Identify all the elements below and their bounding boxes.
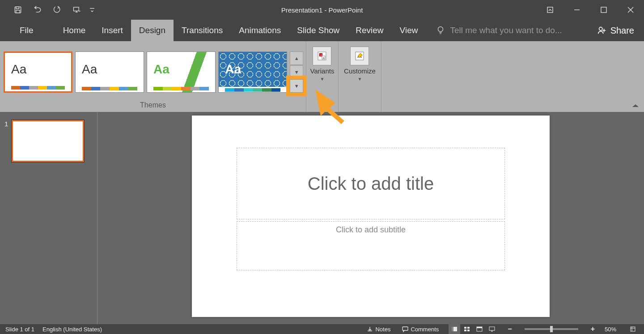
comments-icon	[402, 326, 408, 332]
theme-preview-text: Aa	[76, 52, 144, 87]
fit-to-window-button[interactable]	[627, 324, 639, 334]
lightbulb-icon	[436, 26, 445, 35]
slide-canvas[interactable]: Click to add title Click to add subtitle	[192, 116, 550, 317]
start-from-beginning-button[interactable]	[67, 0, 87, 20]
ribbon-display-options-button[interactable]	[537, 0, 564, 20]
comments-label: Comments	[411, 326, 439, 333]
share-button[interactable]: Share	[587, 20, 644, 41]
ribbon: Aa Aa Aa Aa ▲ ▼ ▼ Themes	[0, 41, 644, 112]
theme-office[interactable]: Aa	[4, 51, 72, 93]
maximize-button[interactable]	[590, 0, 617, 20]
slide-thumbnail-image	[12, 120, 84, 162]
tab-animations[interactable]: Animations	[231, 20, 289, 41]
tell-me-placeholder: Tell me what you want to do...	[450, 26, 562, 35]
svg-rect-2	[16, 10, 20, 13]
tell-me-search[interactable]: Tell me what you want to do...	[426, 20, 587, 41]
reading-view-button[interactable]	[474, 324, 485, 334]
zoom-out-button[interactable]: −	[506, 325, 513, 333]
theme-gallery-more-button[interactable]: ▼	[290, 79, 303, 93]
slide-thumbnail-panel: 1	[0, 112, 97, 324]
zoom-level[interactable]: 50%	[605, 326, 616, 333]
title-placeholder[interactable]: Click to add title	[237, 148, 505, 219]
share-icon	[597, 26, 607, 35]
slide-sorter-view-button[interactable]	[461, 324, 473, 334]
tab-view[interactable]: View	[392, 20, 426, 41]
status-bar: Slide 1 of 1 English (United States) Not…	[0, 324, 644, 334]
customize-button[interactable]: Customize ▼	[342, 45, 377, 83]
theme-color-row	[76, 87, 144, 92]
notes-icon	[367, 326, 373, 332]
theme-2[interactable]: Aa	[75, 51, 144, 93]
notes-label: Notes	[375, 326, 390, 333]
customize-label: Customize	[344, 67, 376, 75]
theme-scroll-up-button[interactable]: ▲	[290, 51, 303, 65]
theme-facet[interactable]: Aa	[147, 51, 216, 93]
collapse-ribbon-button[interactable]	[631, 102, 640, 110]
slide-thumbnail-1[interactable]: 1	[4, 120, 93, 162]
svg-rect-27	[489, 327, 495, 330]
theme-color-row	[147, 87, 215, 92]
svg-rect-26	[477, 327, 482, 328]
svg-rect-28	[631, 327, 635, 331]
zoom-slider-thumb[interactable]	[550, 326, 553, 332]
svg-text:A: A	[320, 54, 322, 56]
slide-number: 1	[4, 120, 8, 162]
zoom-in-button[interactable]: +	[589, 325, 597, 333]
ribbon-tabs: File Home Insert Design Transitions Anim…	[0, 20, 644, 41]
tab-design[interactable]: Design	[131, 20, 174, 41]
svg-rect-6	[601, 7, 606, 13]
zoom-slider[interactable]	[525, 328, 578, 330]
tab-file[interactable]: File	[12, 20, 42, 41]
comments-button[interactable]: Comments	[400, 326, 441, 333]
save-button[interactable]	[8, 0, 28, 20]
svg-rect-1	[16, 7, 19, 9]
share-label: Share	[610, 26, 634, 36]
normal-view-button[interactable]	[449, 324, 460, 334]
themes-gallery: Aa Aa Aa Aa ▲ ▼ ▼	[0, 41, 306, 99]
slide-counter[interactable]: Slide 1 of 1	[5, 326, 34, 333]
theme-scroll-down-button[interactable]: ▼	[290, 65, 303, 79]
theme-color-row	[5, 86, 71, 91]
theme-preview-text: Aa	[219, 52, 287, 87]
minimize-button[interactable]	[564, 0, 590, 20]
view-buttons	[449, 324, 498, 334]
tab-slideshow[interactable]: Slide Show	[289, 20, 347, 41]
redo-button[interactable]	[47, 0, 67, 20]
tab-review[interactable]: Review	[347, 20, 391, 41]
close-button[interactable]	[617, 0, 644, 20]
slide-canvas-area: Click to add title Click to add subtitle	[97, 112, 644, 324]
tab-insert[interactable]: Insert	[93, 20, 131, 41]
qat-customize-button[interactable]	[87, 0, 97, 20]
language-indicator[interactable]: English (United States)	[42, 326, 102, 333]
svg-rect-23	[464, 330, 466, 331]
slideshow-view-button[interactable]	[486, 324, 498, 334]
theme-gallery-scroll: ▲ ▼ ▼	[290, 51, 303, 93]
customize-group: Customize ▼	[339, 41, 381, 112]
svg-rect-21	[464, 327, 466, 329]
dropdown-arrow-icon: ▼	[320, 77, 325, 81]
svg-rect-4	[547, 7, 553, 13]
subtitle-placeholder[interactable]: Click to add subtitle	[237, 221, 505, 270]
customize-icon	[350, 47, 369, 65]
variants-button[interactable]: Aa Variants ▼	[309, 45, 336, 83]
theme-preview-text: Aa	[5, 53, 71, 86]
tab-home[interactable]: Home	[55, 20, 94, 41]
quick-access-toolbar	[0, 0, 97, 20]
svg-rect-20	[452, 327, 453, 331]
work-area: 1 Click to add title Click to add subtit…	[0, 112, 644, 324]
undo-button[interactable]	[28, 0, 47, 20]
svg-rect-18	[402, 327, 408, 330]
theme-color-row	[219, 87, 287, 92]
variants-icon: Aa	[313, 47, 331, 65]
svg-point-9	[438, 27, 443, 32]
svg-rect-22	[467, 327, 470, 329]
notes-button[interactable]: Notes	[365, 326, 392, 333]
dropdown-arrow-icon: ▼	[358, 77, 362, 81]
svg-rect-24	[467, 330, 470, 331]
variants-label: Variants	[310, 67, 335, 75]
svg-point-10	[599, 27, 602, 30]
variants-group: Aa Variants ▼	[306, 41, 339, 112]
theme-integral[interactable]: Aa	[218, 51, 287, 93]
svg-rect-3	[74, 7, 79, 11]
tab-transitions[interactable]: Transitions	[174, 20, 231, 41]
